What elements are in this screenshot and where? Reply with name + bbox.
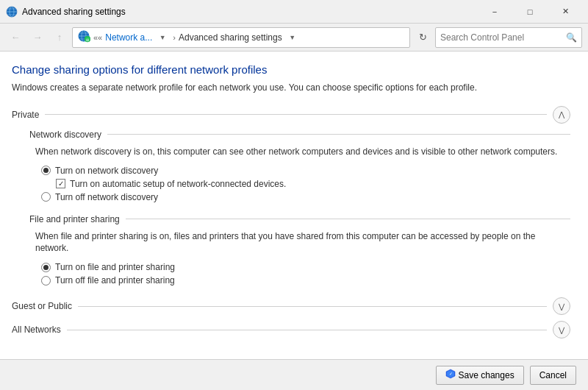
turn-on-sharing-label: Turn on file and printer sharing [55, 262, 175, 272]
footer: ✓ Save changes Cancel [0, 359, 588, 390]
breadcrumb-dropdown-button[interactable]: ▼ [155, 28, 170, 47]
all-networks-section-line [67, 330, 547, 330]
private-section-line [45, 114, 547, 115]
guest-public-section-title: Guest or Public [12, 301, 72, 311]
file-printer-subsection: File and printer sharing When file and p… [29, 214, 570, 286]
breadcrumb-globe-icon: ⊞ [77, 29, 90, 45]
turn-on-discovery-radio[interactable] [41, 166, 51, 175]
turn-off-sharing-radio[interactable] [41, 276, 51, 286]
breadcrumb-current-dropdown[interactable]: ▼ [285, 28, 300, 47]
cancel-button[interactable]: Cancel [530, 366, 576, 385]
up-button[interactable]: ↑ [50, 28, 69, 47]
network-discovery-options: Turn on network discovery Turn on automa… [41, 166, 570, 202]
minimize-button[interactable]: − [478, 0, 512, 24]
breadcrumb-sep1: «« [93, 33, 102, 42]
all-networks-section-toggle[interactable]: ⋁ [553, 321, 570, 338]
turn-on-discovery-option[interactable]: Turn on network discovery [41, 166, 570, 176]
turn-off-discovery-label: Turn off network discovery [55, 192, 158, 202]
refresh-button[interactable]: ↻ [413, 28, 432, 47]
file-printer-description: When file and printer sharing is on, fil… [35, 230, 570, 255]
file-printer-options: Turn on file and printer sharing Turn of… [41, 262, 570, 286]
search-icon: 🔍 [566, 32, 577, 43]
shield-save-icon: ✓ [445, 369, 456, 381]
private-section-header: Private ⋀ [12, 106, 570, 124]
maximize-button[interactable]: □ [513, 0, 547, 24]
network-discovery-header: Network discovery [29, 130, 570, 140]
svg-text:✓: ✓ [448, 372, 452, 376]
nav-bar: ← → ↑ ⊞ «« Network a... ▼ › Advanced sha… [0, 24, 588, 52]
file-printer-header: File and printer sharing [29, 214, 570, 224]
turn-off-discovery-option[interactable]: Turn off network discovery [41, 192, 570, 202]
page-title: Change sharing options for different net… [12, 63, 570, 76]
turn-on-discovery-label: Turn on network discovery [55, 166, 158, 176]
private-section-toggle[interactable]: ⋀ [553, 106, 570, 124]
file-printer-line [126, 219, 570, 219]
close-button[interactable]: ✕ [548, 0, 582, 24]
back-button[interactable]: ← [6, 28, 25, 47]
turn-off-sharing-label: Turn off file and printer sharing [55, 275, 175, 286]
save-changes-label: Save changes [459, 370, 514, 380]
file-printer-title: File and printer sharing [29, 214, 120, 224]
breadcrumb-sep2: › [173, 33, 176, 42]
main-content: Change sharing options for different net… [0, 52, 588, 359]
svg-text:⊞: ⊞ [86, 38, 89, 42]
private-section-title: Private [12, 110, 39, 120]
guest-public-section-toggle[interactable]: ⋁ [553, 297, 570, 315]
breadcrumb-current: Advanced sharing settings [179, 32, 282, 43]
search-box: 🔍 [435, 27, 582, 48]
page-description: Windows creates a separate network profi… [12, 82, 570, 94]
breadcrumb: ⊞ «« Network a... ▼ › Advanced sharing s… [72, 27, 410, 48]
auto-setup-label: Turn on automatic setup of network-conne… [70, 179, 286, 189]
network-discovery-line [107, 134, 570, 135]
title-bar: Advanced sharing settings − □ ✕ [0, 0, 588, 24]
auto-setup-option[interactable]: Turn on automatic setup of network-conne… [56, 179, 570, 189]
turn-on-sharing-radio[interactable] [41, 263, 51, 272]
window-controls: − □ ✕ [478, 0, 582, 24]
search-input[interactable] [440, 32, 566, 43]
guest-public-section-line [78, 306, 547, 307]
guest-public-section-header: Guest or Public ⋁ [12, 297, 570, 315]
network-discovery-subsection: Network discovery When network discovery… [29, 130, 570, 202]
auto-setup-checkbox[interactable] [56, 179, 65, 188]
network-discovery-description: When network discovery is on, this compu… [35, 146, 570, 158]
breadcrumb-network-link[interactable]: Network a... [105, 32, 152, 43]
turn-off-sharing-option[interactable]: Turn off file and printer sharing [41, 275, 570, 286]
title-bar-icon [6, 6, 18, 18]
forward-button[interactable]: → [28, 28, 47, 47]
turn-on-sharing-option[interactable]: Turn on file and printer sharing [41, 262, 570, 272]
title-bar-title: Advanced sharing settings [22, 7, 478, 17]
network-discovery-title: Network discovery [29, 130, 101, 140]
save-changes-button[interactable]: ✓ Save changes [436, 366, 524, 385]
all-networks-section-title: All Networks [12, 325, 61, 335]
all-networks-section-header: All Networks ⋁ [12, 321, 570, 338]
turn-off-discovery-radio[interactable] [41, 192, 51, 202]
